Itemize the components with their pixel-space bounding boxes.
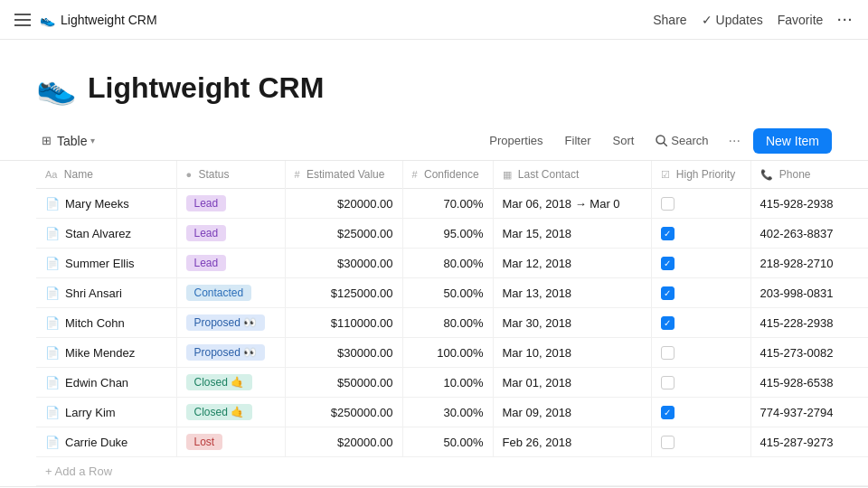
col-header-value: # Estimated Value — [285, 161, 402, 189]
cell-confidence: 80.00% — [402, 249, 493, 278]
cell-value: $30000.00 — [285, 249, 402, 278]
filter-button[interactable]: Filter — [558, 130, 599, 151]
col-header-priority: ☑ High Priority — [651, 161, 750, 189]
name-text: Carrie Duke — [65, 436, 127, 449]
table-row[interactable]: 📄 Edwin Chan Closed 🤙 $50000.00 10.00% M… — [36, 368, 868, 398]
cell-value: $110000.00 — [285, 308, 402, 338]
cell-status[interactable]: Contacted — [176, 278, 285, 308]
properties-button[interactable]: Properties — [482, 130, 550, 151]
status-badge: Lost — [186, 434, 223, 450]
sort-button[interactable]: Sort — [605, 130, 641, 151]
cell-priority[interactable] — [651, 189, 750, 219]
col-header-status: ● Status — [176, 161, 285, 189]
table-row[interactable]: 📄 Larry Kim Closed 🤙 $250000.00 30.00% M… — [36, 398, 868, 427]
cell-priority[interactable] — [651, 368, 750, 398]
table-view-icon: ⊞ — [42, 134, 52, 147]
chevron-down-icon: ▾ — [90, 136, 95, 145]
cell-lastcontact: Mar 15, 2018 — [493, 219, 651, 249]
cell-priority[interactable] — [651, 338, 750, 368]
cell-status[interactable]: Closed 🤙 — [176, 398, 285, 427]
priority-checkbox[interactable] — [661, 286, 675, 300]
col-icon-lastcontact: ▦ — [503, 169, 512, 180]
table-row[interactable]: 📄 Mike Mendez Proposed 👀 $30000.00 100.0… — [36, 338, 868, 368]
priority-checkbox[interactable] — [661, 376, 675, 389]
cell-priority[interactable] — [651, 427, 750, 457]
cell-confidence: 50.00% — [402, 278, 493, 308]
top-bar-left: 👟 Lightweight CRM — [14, 13, 157, 27]
name-text: Larry Kim — [65, 406, 116, 419]
cell-lastcontact: Feb 26, 2018 — [493, 427, 651, 457]
top-bar: 👟 Lightweight CRM Share ✓ Updates Favori… — [0, 0, 868, 40]
more-options-toolbar[interactable]: ··· — [723, 129, 746, 153]
cell-name[interactable]: 📄 Mike Mendez — [36, 338, 176, 368]
status-badge: Proposed 👀 — [186, 314, 266, 331]
table-row[interactable]: 📄 Mary Meeks Lead $20000.00 70.00% Mar 0… — [36, 189, 868, 219]
priority-checkbox[interactable] — [661, 257, 675, 270]
check-icon: ✓ — [702, 13, 712, 27]
cell-status[interactable]: Closed 🤙 — [176, 368, 285, 398]
col-header-phone: 📞 Phone — [750, 161, 868, 189]
view-selector[interactable]: ⊞ Table ▾ — [36, 130, 100, 152]
cell-priority[interactable] — [651, 398, 750, 427]
cell-status[interactable]: Proposed 👀 — [176, 338, 285, 368]
cell-status[interactable]: Lead — [176, 189, 285, 219]
doc-icon: 📄 — [45, 346, 60, 360]
cell-phone: 415-287-9273 — [750, 427, 868, 457]
table-header: Aa Name ● Status # Estimated Value # Con… — [36, 161, 868, 189]
page-header: 👟 Lightweight CRM — [0, 40, 868, 121]
more-options-button[interactable]: ··· — [837, 13, 854, 27]
priority-checkbox[interactable] — [661, 197, 675, 211]
cell-priority[interactable] — [651, 308, 750, 338]
cell-status[interactable]: Lost — [176, 427, 285, 457]
priority-checkbox[interactable] — [661, 346, 675, 360]
doc-icon: 📄 — [45, 286, 60, 300]
table-row[interactable]: 📄 Shri Ansari Contacted $125000.00 50.00… — [36, 278, 868, 308]
cell-name[interactable]: 📄 Carrie Duke — [36, 427, 176, 457]
cell-lastcontact: Mar 13, 2018 — [493, 278, 651, 308]
priority-checkbox[interactable] — [661, 227, 675, 240]
cell-value: $20000.00 — [285, 427, 402, 457]
cell-name[interactable]: 📄 Larry Kim — [36, 398, 176, 427]
table-body: 📄 Mary Meeks Lead $20000.00 70.00% Mar 0… — [36, 189, 868, 486]
menu-icon[interactable] — [14, 14, 31, 26]
new-item-button[interactable]: New Item — [753, 128, 832, 154]
status-badge: Contacted — [186, 285, 252, 301]
cell-name[interactable]: 📄 Mary Meeks — [36, 189, 176, 219]
cell-name[interactable]: 📄 Stan Alvarez — [36, 219, 176, 249]
doc-icon: 📄 — [45, 197, 60, 211]
priority-checkbox[interactable] — [661, 436, 675, 449]
name-text: Edwin Chan — [65, 376, 128, 389]
table-row[interactable]: 📄 Summer Ellis Lead $30000.00 80.00% Mar… — [36, 249, 868, 278]
cell-priority[interactable] — [651, 278, 750, 308]
priority-checkbox[interactable] — [661, 316, 675, 330]
table-row[interactable]: 📄 Stan Alvarez Lead $25000.00 95.00% Mar… — [36, 219, 868, 249]
cell-lastcontact: Mar 30, 2018 — [493, 308, 651, 338]
cell-status[interactable]: Lead — [176, 249, 285, 278]
cell-status[interactable]: Lead — [176, 219, 285, 249]
cell-name[interactable]: 📄 Summer Ellis — [36, 249, 176, 278]
toolbar-left: ⊞ Table ▾ — [36, 130, 100, 152]
cell-name[interactable]: 📄 Shri Ansari — [36, 278, 176, 308]
svg-line-1 — [664, 143, 667, 146]
cell-priority[interactable] — [651, 219, 750, 249]
add-row-label[interactable]: + Add a Row — [36, 457, 868, 486]
search-button[interactable]: Search — [648, 130, 715, 151]
status-badge: Lead — [186, 255, 227, 271]
cell-status[interactable]: Proposed 👀 — [176, 308, 285, 338]
cell-value: $125000.00 — [285, 278, 402, 308]
priority-checkbox[interactable] — [661, 406, 675, 419]
col-label-phone: Phone — [779, 168, 811, 181]
table-row[interactable]: 📄 Mitch Cohn Proposed 👀 $110000.00 80.00… — [36, 308, 868, 338]
name-text: Mitch Cohn — [65, 316, 125, 330]
cell-priority[interactable] — [651, 249, 750, 278]
cell-name[interactable]: 📄 Edwin Chan — [36, 368, 176, 398]
cell-phone: 402-263-8837 — [750, 219, 868, 249]
doc-icon: 📄 — [45, 316, 60, 330]
cell-lastcontact: Mar 12, 2018 — [493, 249, 651, 278]
share-button[interactable]: Share — [653, 13, 686, 27]
table-row[interactable]: 📄 Carrie Duke Lost $20000.00 50.00% Feb … — [36, 427, 868, 457]
updates-button[interactable]: ✓ Updates — [702, 13, 763, 27]
favorite-button[interactable]: Favorite — [778, 13, 824, 27]
add-row[interactable]: + Add a Row — [36, 457, 868, 486]
cell-name[interactable]: 📄 Mitch Cohn — [36, 308, 176, 338]
